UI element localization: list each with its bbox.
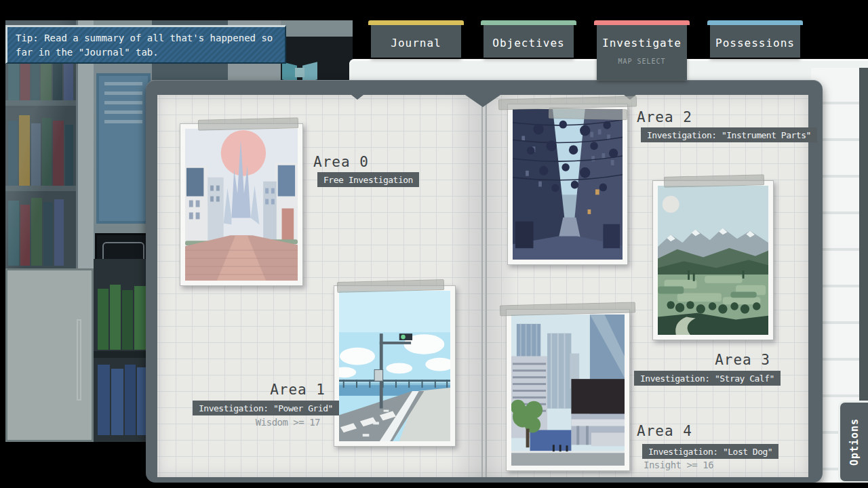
area-4-photo-image: [511, 314, 625, 466]
tip-box: Tip: Read a summary of all that's happen…: [5, 25, 286, 64]
area-1-requirement: Wisdom >= 17: [218, 417, 320, 428]
area-0-title: Area 0: [313, 154, 369, 170]
options-label: Options: [848, 418, 861, 466]
tape-strip: [549, 108, 627, 120]
wall-poster: [96, 73, 151, 224]
tab-investigate-stripe: [594, 20, 690, 25]
area-4-badge: Investigation: "Lost Dog": [642, 444, 778, 459]
bottom-letterbox: [0, 483, 868, 488]
area-1-badge: Investigation: "Power Grid": [193, 401, 339, 415]
area-2-photo-image: [513, 109, 623, 260]
area-2-photo[interactable]: [507, 104, 628, 265]
area-2-title: Area 2: [637, 109, 692, 125]
area-3-badge: Investigation: "Stray Calf": [634, 371, 781, 386]
tab-possessions[interactable]: Possessions: [710, 20, 800, 58]
area-4-requirement: Insight >= 16: [644, 460, 713, 470]
tab-journal-label: Journal: [371, 37, 461, 49]
options-button[interactable]: Options: [838, 401, 868, 483]
tab-possessions-label: Possessions: [710, 37, 800, 49]
area-1-photo-image: [339, 291, 450, 441]
tab-journal[interactable]: Journal: [371, 20, 461, 58]
tab-investigate[interactable]: Investigate MAP SELECT: [597, 20, 687, 80]
tab-objectives-stripe: [481, 20, 576, 25]
tab-investigate-label: Investigate: [597, 37, 687, 49]
area-4-title: Area 4: [637, 423, 692, 439]
sliding-door: [5, 268, 94, 442]
top-letterbox: [0, 0, 868, 20]
left-letterbox: [0, 20, 5, 483]
notebook-spine: [481, 95, 487, 477]
tip-line-1: Tip: Read a summary of all that's happen…: [16, 31, 277, 45]
game-screen: Area 0 Free Investigation Area 1 Investi…: [0, 0, 868, 488]
area-3-photo-image: [658, 186, 768, 335]
dark-monitor: [95, 233, 152, 314]
area-3-photo[interactable]: [652, 180, 774, 340]
area-3-title: Area 3: [696, 352, 770, 368]
area-0-badge: Free Investigation: [317, 172, 419, 187]
spine-notch-icon: [465, 95, 500, 107]
tab-objectives-label: Objectives: [484, 37, 574, 49]
area-0-photo-image: [185, 129, 298, 281]
tip-line-2: far in the "Journal" tab.: [16, 45, 277, 60]
area-4-photo[interactable]: [506, 309, 630, 471]
tab-investigate-sublabel: MAP SELECT: [597, 58, 687, 65]
area-0-photo[interactable]: [180, 123, 303, 286]
tab-possessions-stripe: [707, 20, 803, 25]
tab-objectives[interactable]: Objectives: [484, 20, 574, 58]
area-1-photo[interactable]: [334, 285, 456, 447]
area-2-badge: Investigation: "Instrument Parts": [641, 127, 817, 142]
area-1-title: Area 1: [251, 382, 326, 398]
binder-shelf: [94, 259, 152, 442]
tab-journal-stripe: [368, 20, 464, 25]
